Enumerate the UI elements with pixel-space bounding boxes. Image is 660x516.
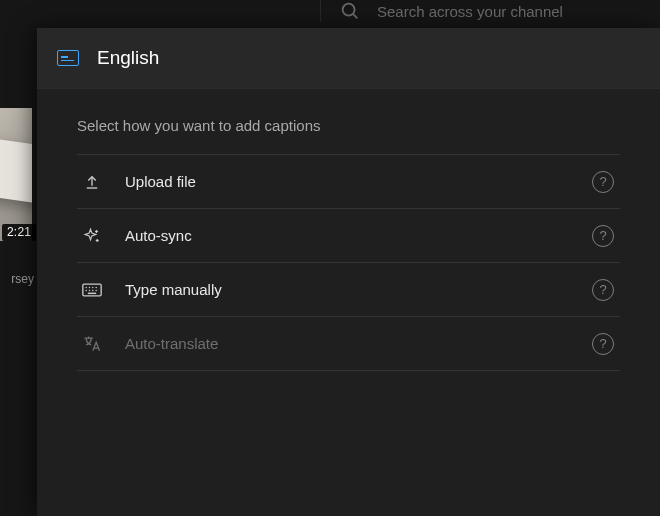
video-title-fragment: rsey xyxy=(0,272,34,286)
svg-point-10 xyxy=(89,286,91,288)
dialog-body: Select how you want to add captions Uplo… xyxy=(37,88,660,516)
help-icon[interactable]: ? xyxy=(592,279,614,301)
help-icon[interactable]: ? xyxy=(592,333,614,355)
search-placeholder: Search across your channel xyxy=(377,3,563,20)
upload-icon xyxy=(81,173,103,191)
option-auto-sync[interactable]: Auto-sync ? xyxy=(77,209,620,263)
option-label: Upload file xyxy=(125,173,570,190)
help-icon[interactable]: ? xyxy=(592,225,614,247)
captions-dialog: English Select how you want to add capti… xyxy=(37,28,660,516)
keyboard-icon xyxy=(81,283,103,297)
translate-icon xyxy=(81,334,103,354)
svg-point-0 xyxy=(343,4,355,16)
help-icon[interactable]: ? xyxy=(592,171,614,193)
dialog-header: English xyxy=(37,28,660,88)
svg-line-1 xyxy=(353,14,357,18)
svg-point-15 xyxy=(92,289,94,291)
search-icon xyxy=(339,0,361,22)
subtitles-icon xyxy=(57,50,79,66)
video-duration-badge: 2:21 xyxy=(2,224,36,241)
caption-options-list: Upload file ? Auto-sync ? xyxy=(77,154,620,371)
option-label: Auto-translate xyxy=(125,335,570,352)
svg-point-12 xyxy=(95,286,97,288)
option-auto-translate: Auto-translate ? xyxy=(77,317,620,371)
option-label: Type manually xyxy=(125,281,570,298)
svg-point-9 xyxy=(85,286,87,288)
dialog-prompt: Select how you want to add captions xyxy=(77,117,620,134)
option-upload-file[interactable]: Upload file ? xyxy=(77,155,620,209)
option-label: Auto-sync xyxy=(125,227,570,244)
svg-point-14 xyxy=(89,289,91,291)
video-thumbnail[interactable] xyxy=(0,108,32,241)
dialog-title: English xyxy=(97,47,159,69)
search-bar[interactable]: Search across your channel xyxy=(320,0,660,22)
svg-point-13 xyxy=(85,289,87,291)
svg-point-16 xyxy=(95,289,97,291)
option-type-manually[interactable]: Type manually ? xyxy=(77,263,620,317)
svg-point-11 xyxy=(92,286,94,288)
sparkle-icon xyxy=(81,227,103,245)
